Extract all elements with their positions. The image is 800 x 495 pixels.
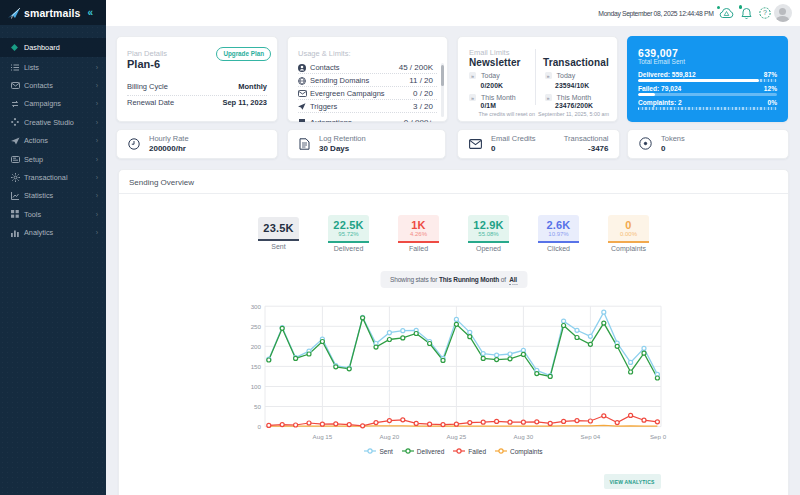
svg-text:Aug 30: Aug 30 (514, 433, 534, 440)
svg-text:Aug 20: Aug 20 (380, 433, 400, 440)
svg-text:Sep 04: Sep 04 (581, 433, 601, 440)
svg-text:Sep 0: Sep 0 (650, 433, 667, 440)
svg-text:50: 50 (254, 403, 261, 410)
svg-text:Aug 25: Aug 25 (447, 433, 467, 440)
svg-text:100: 100 (251, 383, 262, 390)
svg-text:Aug 15: Aug 15 (313, 433, 333, 440)
svg-text:150: 150 (251, 363, 262, 370)
svg-text:200: 200 (251, 343, 262, 350)
svg-text:250: 250 (251, 323, 262, 330)
svg-text:0: 0 (258, 423, 262, 430)
svg-text:300: 300 (251, 303, 262, 310)
svg-text:?: ? (763, 9, 767, 16)
